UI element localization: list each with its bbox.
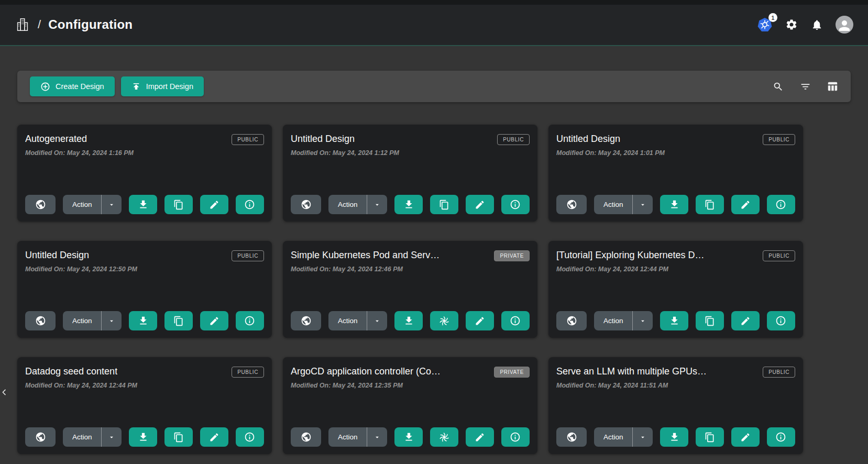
copy-button[interactable]: [696, 427, 724, 447]
info-button[interactable]: [767, 311, 795, 330]
search-icon[interactable]: [772, 81, 784, 92]
action-dropdown-caret[interactable]: [367, 311, 387, 330]
create-design-button[interactable]: Create Design: [30, 76, 115, 96]
edit-button[interactable]: [200, 311, 228, 330]
download-button[interactable]: [129, 195, 157, 214]
action-dropdown-caret[interactable]: [102, 311, 122, 330]
copy-button[interactable]: [696, 195, 724, 214]
edit-button[interactable]: [731, 311, 760, 330]
download-button[interactable]: [660, 195, 688, 214]
visibility-badge: PUBLIC: [763, 250, 795, 261]
visibility-badge: PUBLIC: [232, 367, 264, 378]
chevron-down-icon: [108, 317, 115, 325]
globe-button[interactable]: [556, 311, 587, 330]
spiral-button[interactable]: [430, 311, 458, 330]
globe-button[interactable]: [291, 427, 321, 447]
download-icon: [138, 315, 149, 326]
edit-button[interactable]: [466, 195, 494, 214]
info-button[interactable]: [501, 427, 530, 447]
action-split-button: Action: [594, 427, 653, 447]
info-button[interactable]: [236, 427, 264, 447]
action-split-button: Action: [328, 427, 388, 447]
upload-icon: [131, 82, 141, 91]
info-button[interactable]: [236, 195, 264, 214]
filter-icon[interactable]: [799, 81, 811, 92]
action-button[interactable]: Action: [63, 311, 102, 330]
edit-button[interactable]: [200, 195, 228, 214]
globe-icon: [35, 199, 46, 210]
action-button[interactable]: Action: [594, 195, 633, 214]
visibility-badge: PUBLIC: [497, 134, 530, 145]
download-button[interactable]: [660, 427, 688, 447]
action-dropdown-caret[interactable]: [102, 195, 122, 214]
download-button[interactable]: [394, 311, 423, 330]
info-button[interactable]: [501, 311, 530, 330]
designs-grid: Autogenerated PUBLIC Modified On: May 24…: [17, 125, 851, 454]
table-view-icon[interactable]: [827, 81, 838, 92]
card-title: [Tutorial] Exploring Kubernetes D…: [556, 250, 704, 261]
globe-button[interactable]: [25, 195, 56, 214]
info-button[interactable]: [236, 311, 264, 330]
modified-on-label: Modified On: May 24, 2024 1:01 PM: [556, 149, 795, 157]
edit-button[interactable]: [731, 427, 760, 447]
card-action-row: Action: [25, 311, 264, 330]
copy-button[interactable]: [430, 195, 458, 214]
card-title: Datadog seed content: [25, 366, 117, 377]
copy-button[interactable]: [696, 311, 724, 330]
globe-button[interactable]: [291, 311, 321, 330]
copy-button[interactable]: [164, 427, 193, 447]
info-button[interactable]: [501, 195, 530, 214]
edit-button[interactable]: [466, 427, 494, 447]
building-icon: [15, 17, 30, 32]
globe-button[interactable]: [25, 427, 56, 447]
globe-icon: [301, 199, 312, 210]
action-button[interactable]: Action: [328, 427, 367, 447]
edit-pencil-icon: [209, 432, 219, 443]
download-button[interactable]: [660, 311, 688, 330]
download-button[interactable]: [129, 427, 157, 447]
info-button[interactable]: [767, 195, 795, 214]
action-button[interactable]: Action: [63, 427, 102, 447]
globe-button[interactable]: [291, 195, 321, 214]
settings-gear-icon[interactable]: [785, 18, 798, 31]
globe-icon: [566, 432, 577, 443]
download-icon: [669, 315, 680, 326]
info-icon: [510, 315, 521, 326]
kubernetes-context-button[interactable]: 1: [757, 17, 773, 32]
action-button[interactable]: Action: [328, 195, 367, 214]
design-card: Untitled Design PUBLIC Modified On: May …: [283, 125, 537, 222]
modified-on-label: Modified On: May 24, 2024 12:44 PM: [556, 266, 795, 273]
download-button[interactable]: [394, 427, 423, 447]
user-avatar[interactable]: [836, 16, 853, 34]
action-button[interactable]: Action: [594, 427, 633, 447]
chevron-down-icon: [108, 201, 115, 208]
import-design-button[interactable]: Import Design: [121, 76, 204, 96]
notifications-bell-icon[interactable]: [810, 18, 823, 31]
copy-button[interactable]: [164, 195, 193, 214]
action-dropdown-caret[interactable]: [633, 311, 653, 330]
spiral-button[interactable]: [430, 427, 458, 447]
action-dropdown-caret[interactable]: [367, 195, 387, 214]
action-button[interactable]: Action: [63, 195, 102, 214]
globe-button[interactable]: [25, 311, 56, 330]
edit-button[interactable]: [466, 311, 494, 330]
action-dropdown-caret[interactable]: [367, 427, 387, 447]
globe-button[interactable]: [556, 195, 587, 214]
copy-button[interactable]: [164, 311, 193, 330]
download-button[interactable]: [129, 311, 157, 330]
action-dropdown-caret[interactable]: [633, 195, 653, 214]
globe-button[interactable]: [556, 427, 587, 447]
action-dropdown-caret[interactable]: [633, 427, 653, 447]
card-title: Simple Kubernetes Pod and Serv…: [291, 250, 440, 261]
info-button[interactable]: [767, 427, 795, 447]
action-dropdown-caret[interactable]: [102, 427, 122, 447]
edit-button[interactable]: [731, 195, 760, 214]
edit-pencil-icon: [475, 316, 485, 326]
card-title: Untitled Design: [556, 134, 620, 145]
action-button[interactable]: Action: [594, 311, 633, 330]
edit-button[interactable]: [200, 427, 228, 447]
action-button[interactable]: Action: [328, 311, 367, 330]
copy-icon: [173, 432, 184, 443]
sidebar-collapse-button[interactable]: [0, 383, 10, 401]
download-button[interactable]: [394, 195, 423, 214]
